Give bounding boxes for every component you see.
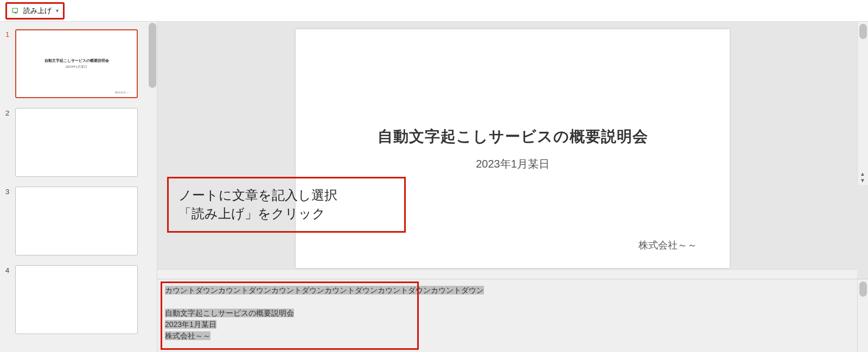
slide-thumbnail-number: 3 xyxy=(5,187,15,196)
zoom-fit-controls: ▲ ▼ xyxy=(858,171,867,183)
notes-selected-text[interactable]: 株式会社～～ xyxy=(165,331,210,340)
notes-selected-text[interactable]: カウントダウンカウントダウンカウントダウンカウントダウンカウントダウンカウントダ… xyxy=(165,286,484,295)
toolbar: 読み上げ ▾ xyxy=(0,0,868,22)
chevron-down-icon: ▾ xyxy=(56,8,59,14)
slide-thumbnail-preview[interactable] xyxy=(15,265,138,334)
slide-editor-area: 自動文字起こしサービスの概要説明会 2023年1月某日 株式会社～～ ノートに文… xyxy=(157,22,868,352)
slide-thumbnail-title: 自動文字起こしサービスの概要説明会 xyxy=(44,58,109,63)
slide-thumbnail[interactable]: 3 xyxy=(0,187,157,255)
scroll-up-icon[interactable]: ▲ xyxy=(860,171,865,177)
thumbnails-scrollbar[interactable] xyxy=(148,22,157,352)
instruction-line: ノートに文章を記入し選択 xyxy=(178,186,394,204)
read-aloud-label: 読み上げ xyxy=(23,6,52,16)
speaker-notes-text[interactable]: カウントダウンカウントダウンカウントダウンカウントダウンカウントダウンカウントダ… xyxy=(165,285,841,342)
notes-vertical-scrollbar[interactable] xyxy=(857,279,868,352)
slide-thumbnail-corp: 株式会社～～ xyxy=(115,91,131,94)
notes-selected-text[interactable]: 自動文字起こしサービスの概要説明会 xyxy=(165,309,294,317)
slide-title[interactable]: 自動文字起こしサービスの概要説明会 xyxy=(378,126,648,147)
slide-date[interactable]: 2023年1月某日 xyxy=(476,157,550,171)
read-aloud-icon xyxy=(11,7,20,15)
slide-thumbnail-preview[interactable]: 自動文字起こしサービスの概要説明会 2023年1月某日 株式会社～～ xyxy=(15,29,138,98)
slide-stage: 自動文字起こしサービスの概要説明会 2023年1月某日 株式会社～～ ノートに文… xyxy=(157,22,868,269)
thumbnails-scrollbar-thumb[interactable] xyxy=(149,23,156,88)
editor-vertical-scrollbar[interactable] xyxy=(857,22,868,185)
main-area: 1 自動文字起こしサービスの概要説明会 2023年1月某日 株式会社～～ 2 3… xyxy=(0,22,868,352)
svg-rect-0 xyxy=(12,8,17,12)
editor-horizontal-scrollbar[interactable] xyxy=(157,269,857,279)
slide-thumbnail-number: 2 xyxy=(5,108,15,117)
slide-thumbnail[interactable]: 4 xyxy=(0,265,157,334)
editor-vertical-scrollbar-thumb[interactable] xyxy=(859,24,867,39)
scroll-down-icon[interactable]: ▼ xyxy=(860,178,865,183)
slide-thumbnail[interactable]: 2 xyxy=(0,108,157,177)
slide-thumbnails-panel[interactable]: 1 自動文字起こしサービスの概要説明会 2023年1月某日 株式会社～～ 2 3… xyxy=(0,22,157,352)
slide-thumbnail[interactable]: 1 自動文字起こしサービスの概要説明会 2023年1月某日 株式会社～～ xyxy=(0,29,157,98)
slide-corp[interactable]: 株式会社～～ xyxy=(639,239,697,252)
speaker-notes-panel[interactable]: カウントダウンカウントダウンカウントダウンカウントダウンカウントダウンカウントダ… xyxy=(157,279,868,352)
slide-thumbnail-preview[interactable] xyxy=(15,108,138,177)
slide-thumbnail-number: 1 xyxy=(5,29,15,39)
slide-thumbnail-number: 4 xyxy=(5,265,15,274)
slide-thumbnail-date: 2023年1月某日 xyxy=(66,65,88,69)
instruction-line: 「読み上げ」をクリック xyxy=(178,204,394,223)
notes-vertical-scrollbar-thumb[interactable] xyxy=(859,281,867,297)
instruction-callout: ノートに文章を記入し選択 「読み上げ」をクリック xyxy=(167,177,406,233)
slide-thumbnail-preview[interactable] xyxy=(15,187,138,255)
notes-selected-text[interactable]: 2023年1月某日 xyxy=(165,320,216,329)
read-aloud-button[interactable]: 読み上げ ▾ xyxy=(5,2,65,20)
